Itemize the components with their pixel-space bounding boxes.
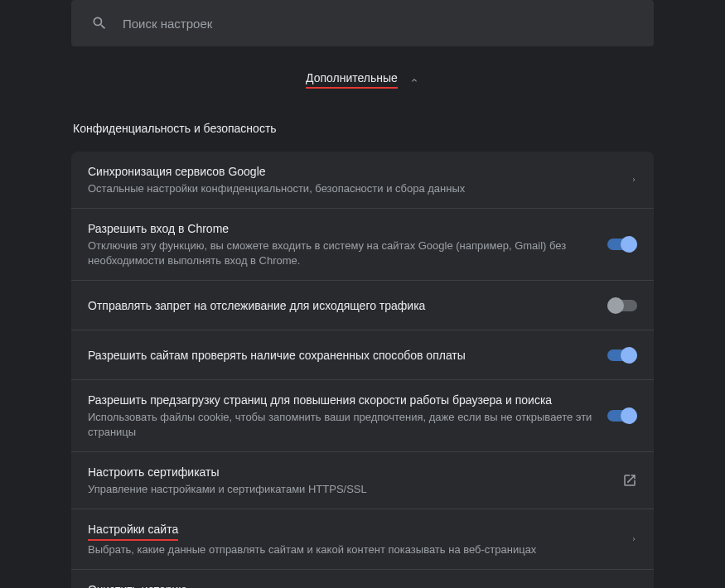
section-title: Конфиденциальность и безопасность [71, 122, 654, 135]
search-bar[interactable] [71, 0, 654, 46]
setting-row[interactable]: Разрешить вход в ChromeОтключив эту функ… [71, 209, 654, 281]
setting-row[interactable]: Настроить сертификатыУправление настройк… [71, 452, 654, 509]
chevron-up-icon [409, 75, 419, 85]
settings-card: Синхронизация сервисов GoogleОстальные н… [71, 152, 654, 588]
setting-row[interactable]: Настройки сайтаВыбрать, какие данные отп… [71, 509, 654, 570]
external-link-icon [622, 473, 637, 488]
setting-title: Разрешить сайтам проверять наличие сохра… [88, 347, 594, 364]
setting-title: Очистить историю [88, 581, 617, 588]
toggle-switch[interactable] [607, 349, 637, 361]
setting-row[interactable]: Синхронизация сервисов GoogleОстальные н… [71, 152, 654, 209]
setting-title: Синхронизация сервисов Google [88, 163, 617, 180]
setting-title: Разрешить предзагрузку страниц для повыш… [88, 392, 594, 408]
setting-subtitle: Управление настройками и сертификатами H… [88, 482, 609, 497]
setting-row[interactable]: Очистить историюУдалить файлы cookie и д… [71, 570, 654, 588]
setting-row[interactable]: Разрешить предзагрузку страниц для повыш… [71, 380, 654, 452]
setting-subtitle: Выбрать, какие данные отправлять сайтам … [88, 542, 617, 557]
search-icon [91, 15, 108, 31]
setting-subtitle: Остальные настройки конфиденциальности, … [88, 181, 617, 196]
search-input[interactable] [123, 17, 634, 31]
setting-title: Отправлять запрет на отслеживание для ис… [88, 297, 594, 314]
toggle-switch[interactable] [607, 300, 637, 311]
setting-subtitle: Отключив эту функцию, вы сможете входить… [88, 239, 594, 268]
setting-title: Настроить сертификаты [88, 464, 609, 480]
toggle-switch[interactable] [607, 410, 637, 422]
setting-title: Разрешить вход в Chrome [88, 220, 594, 237]
advanced-toggle[interactable]: Дополнительные [0, 71, 725, 89]
setting-row[interactable]: Отправлять запрет на отслеживание для ис… [71, 281, 654, 330]
setting-row[interactable]: Разрешить сайтам проверять наличие сохра… [71, 330, 654, 380]
chevron-right-icon [631, 534, 637, 544]
toggle-switch[interactable] [607, 239, 637, 250]
setting-subtitle: Использовать файлы cookie, чтобы запомни… [88, 410, 594, 440]
setting-title: Настройки сайта [88, 521, 178, 541]
chevron-right-icon [631, 175, 637, 185]
advanced-label: Дополнительные [306, 71, 398, 89]
